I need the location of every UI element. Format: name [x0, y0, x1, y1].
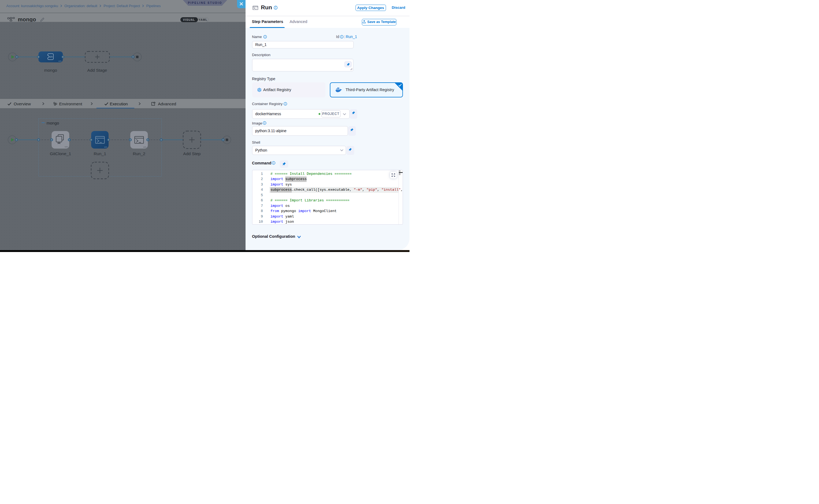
- svg-text:mongo: mongo: [44, 68, 57, 73]
- svg-text:Add Stage: Add Stage: [87, 68, 107, 73]
- svg-text:Run_1: Run_1: [94, 151, 106, 156]
- svg-text:Add Step: Add Step: [183, 151, 201, 156]
- svg-text:</>: </>: [143, 146, 146, 148]
- svg-text:mongo: mongo: [47, 121, 59, 125]
- svg-text:</>: </>: [104, 146, 107, 148]
- svg-text:GitClone_1: GitClone_1: [50, 151, 71, 156]
- svg-text:</>: </>: [58, 60, 62, 62]
- svg-text:</>: </>: [65, 146, 68, 148]
- svg-text:Run_2: Run_2: [133, 151, 145, 156]
- svg-text:</>: </>: [49, 56, 53, 58]
